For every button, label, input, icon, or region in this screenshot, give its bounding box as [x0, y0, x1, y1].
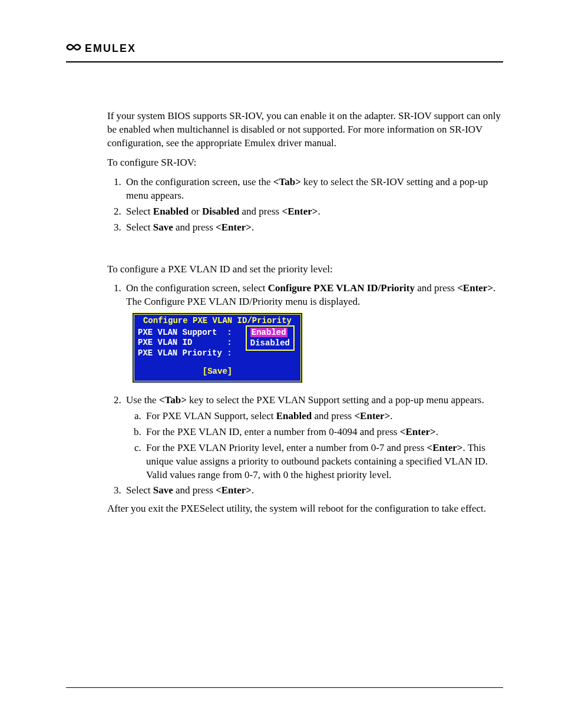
- sriov-step-2: Select Enabled or Disabled and press <En…: [124, 205, 503, 219]
- pxe-step-2: Use the <Tab> key to select the PXE VLAN…: [124, 394, 503, 482]
- sriov-steps-list: On the configuration screen, use the <Ta…: [107, 176, 503, 235]
- brand-name: EMULEX: [85, 42, 136, 55]
- pxe-steps-list: On the configuration screen, select Conf…: [107, 282, 503, 498]
- bios-popup-selected: Enabled: [250, 328, 287, 337]
- bios-title: Configure PXE VLAN ID/Priority: [141, 316, 294, 327]
- intro-paragraph-2: To configure SR-IOV:: [107, 156, 503, 170]
- main-content: If your system BIOS supports SR-IOV, you…: [107, 110, 503, 516]
- pxe-step-1: On the configuration screen, select Conf…: [124, 282, 503, 383]
- pxe-sub-b: For the PXE VLAN ID, enter a number from…: [144, 426, 503, 439]
- page-header: EMULEX: [66, 41, 503, 55]
- sriov-step-3: Select Save and press <Enter>.: [124, 221, 503, 235]
- pxe-sub-c: For the PXE VLAN Priority level, enter a…: [144, 442, 503, 482]
- emulex-logo-icon: [66, 41, 81, 55]
- footer-rule: [66, 687, 503, 688]
- bios-popup-other: Disabled: [250, 338, 290, 349]
- pxe-step-3: Select Save and press <Enter>.: [124, 484, 503, 498]
- outro-paragraph: After you exit the PXESelect utility, th…: [107, 502, 503, 516]
- pxe-intro: To configure a PXE VLAN ID and set the p…: [107, 263, 503, 276]
- pxe-substeps: For PXE VLAN Support, select Enabled and…: [126, 410, 503, 482]
- bios-save: [Save]: [138, 367, 297, 377]
- bios-screenshot: Configure PXE VLAN ID/Priority PXE VLAN …: [132, 312, 303, 383]
- sriov-step-1: On the configuration screen, use the <Ta…: [124, 176, 503, 203]
- pxe-sub-a: For PXE VLAN Support, select Enabled and…: [144, 410, 503, 423]
- header-rule: [66, 61, 503, 62]
- bios-popup: Enabled Disabled: [246, 325, 295, 351]
- intro-paragraph-1: If your system BIOS supports SR-IOV, you…: [107, 110, 503, 150]
